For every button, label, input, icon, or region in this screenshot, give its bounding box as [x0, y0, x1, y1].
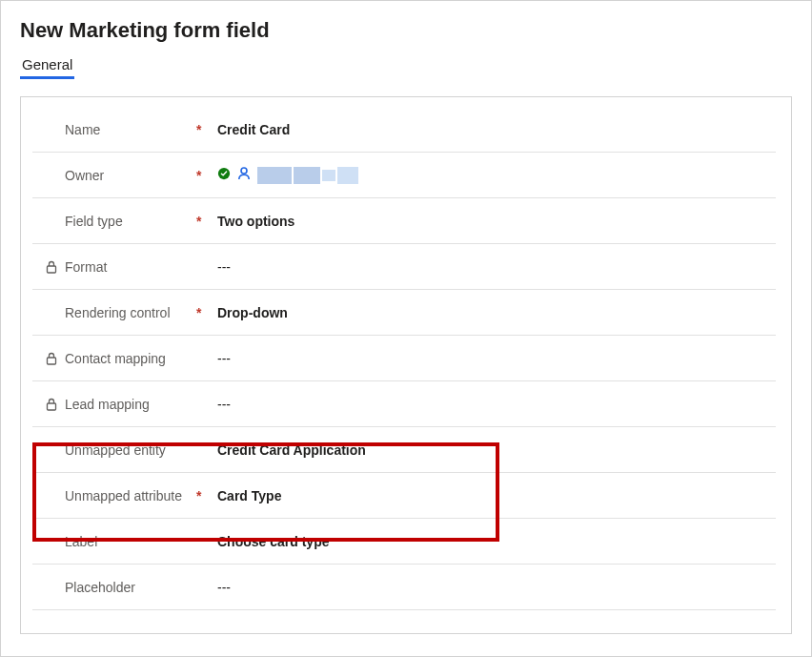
label-lead-mapping: Lead mapping: [65, 397, 150, 412]
value-owner[interactable]: [213, 166, 772, 184]
row-owner: Owner *: [32, 153, 776, 198]
form-panel: Name * Credit Card Owner * Field type: [20, 96, 792, 634]
required-marker: *: [196, 488, 213, 503]
status-check-icon: [217, 167, 231, 183]
required-marker: *: [196, 214, 213, 229]
label-field-type: Field type: [65, 214, 123, 229]
svg-rect-2: [48, 266, 56, 273]
value-format: ---: [213, 259, 772, 275]
row-contact-mapping: Contact mapping ---: [32, 336, 776, 381]
lock-icon: [44, 398, 59, 411]
value-unmapped-attribute[interactable]: Card Type: [213, 488, 772, 503]
row-format: Format ---: [32, 244, 776, 290]
row-unmapped-entity: Unmapped entity Credit Card Application: [32, 427, 776, 473]
person-icon: [236, 166, 252, 184]
label-owner: Owner: [65, 168, 104, 183]
label-unmapped-attribute: Unmapped attribute: [65, 488, 182, 503]
value-placeholder[interactable]: ---: [213, 580, 772, 595]
row-name: Name * Credit Card: [32, 107, 776, 153]
row-lead-mapping: Lead mapping ---: [32, 381, 776, 427]
required-marker: *: [196, 122, 213, 137]
label-contact-mapping: Contact mapping: [65, 351, 166, 366]
svg-rect-3: [48, 358, 56, 364]
required-marker: *: [196, 305, 213, 320]
label-name: Name: [65, 122, 100, 137]
svg-rect-4: [48, 403, 56, 410]
required-marker: *: [196, 168, 213, 183]
lock-icon: [44, 352, 59, 365]
row-placeholder: Placeholder ---: [32, 565, 776, 610]
label-unmapped-entity: Unmapped entity: [65, 442, 166, 458]
value-contact-mapping: ---: [213, 351, 772, 366]
value-field-type[interactable]: Two options: [213, 214, 772, 229]
row-field-type: Field type * Two options: [32, 198, 776, 244]
value-name[interactable]: Credit Card: [213, 122, 772, 137]
label-label: Label: [65, 534, 97, 549]
page-title: New Marketing form field: [20, 18, 792, 43]
owner-name-redacted: [257, 167, 358, 184]
value-lead-mapping: ---: [213, 397, 772, 412]
label-placeholder: Placeholder: [65, 580, 135, 595]
value-unmapped-entity[interactable]: Credit Card Application: [213, 442, 772, 458]
value-rendering-control[interactable]: Drop-down: [213, 305, 772, 320]
row-label: Label Choose card type: [32, 519, 776, 565]
row-rendering-control: Rendering control * Drop-down: [32, 290, 776, 336]
row-unmapped-attribute: Unmapped attribute * Card Type: [32, 473, 776, 519]
tab-bar: General: [20, 56, 792, 79]
label-rendering-control: Rendering control: [65, 305, 171, 320]
lock-icon: [44, 260, 59, 274]
svg-point-1: [241, 168, 247, 174]
value-label[interactable]: Choose card type: [213, 534, 772, 549]
label-format: Format: [65, 259, 107, 275]
tab-general[interactable]: General: [20, 56, 74, 79]
